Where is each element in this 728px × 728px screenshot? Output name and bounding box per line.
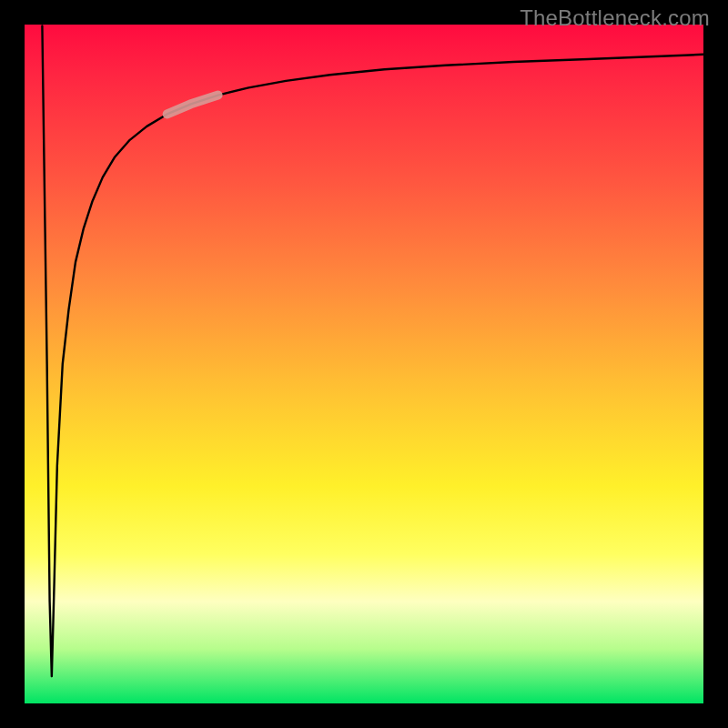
chart-container: TheBottleneck.com (0, 0, 728, 728)
curve-highlight (167, 96, 218, 115)
bottleneck-curve (42, 25, 703, 676)
curve-overlay (25, 25, 703, 703)
watermark-text: TheBottleneck.com (520, 5, 710, 31)
